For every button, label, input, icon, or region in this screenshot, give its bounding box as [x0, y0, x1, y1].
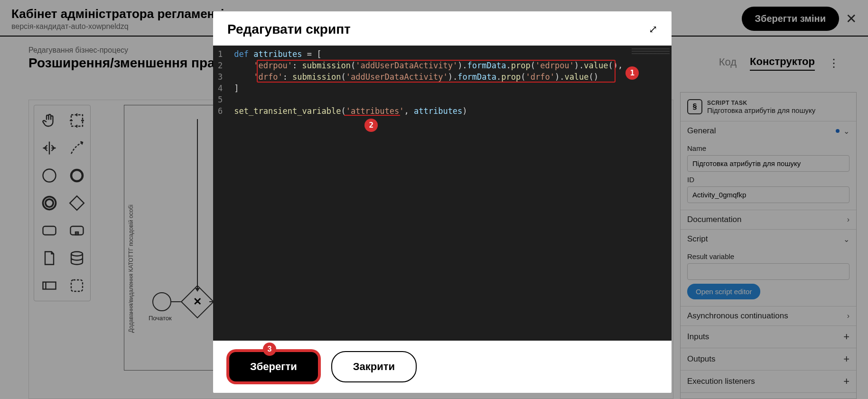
- save-button[interactable]: Зберегти: [227, 350, 320, 383]
- modal-header: Редагувати скрипт ⤢: [213, 11, 672, 46]
- line-gutter: 1 2 3 4 5 6: [213, 46, 229, 341]
- modal-title: Редагувати скрипт: [227, 22, 351, 37]
- code-editor[interactable]: 1 2 3 4 5 6 def attributes = [ 'edrpou':…: [213, 46, 672, 341]
- code-content[interactable]: def attributes = [ 'edrpou': submission(…: [229, 46, 672, 341]
- callout-3: 3: [263, 343, 276, 356]
- close-button[interactable]: Закрити: [331, 351, 417, 382]
- minimap[interactable]: [632, 48, 670, 58]
- modal-footer: Зберегти Закрити: [213, 341, 672, 393]
- script-editor-modal: Редагувати скрипт ⤢ 1 2 3 4 5 6 def attr…: [213, 11, 672, 393]
- expand-icon[interactable]: ⤢: [649, 23, 657, 36]
- callout-2: 2: [364, 119, 378, 132]
- annotation-underline: [344, 115, 400, 116]
